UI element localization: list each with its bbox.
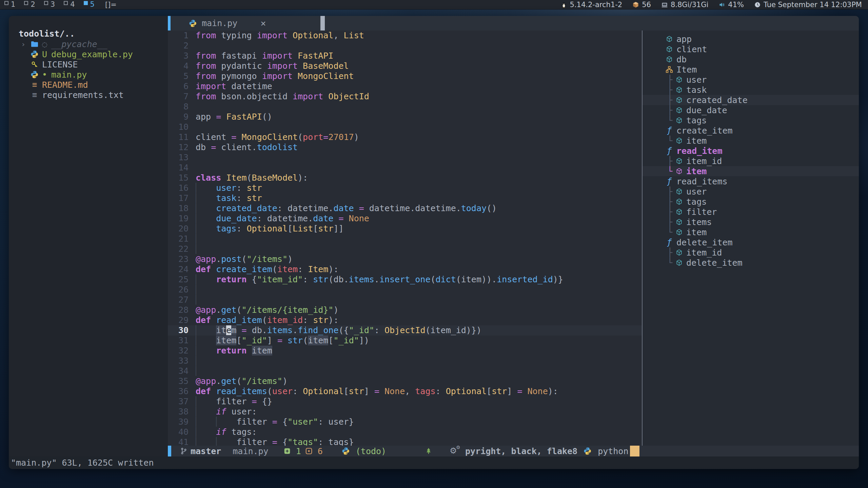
code-line-4[interactable]: 4from pydantic import BaseModel xyxy=(168,61,642,71)
code-line-20[interactable]: 20▏ tags: Optional[List[str]] xyxy=(168,224,642,234)
outline-item-app[interactable]: app xyxy=(643,34,859,44)
outline-item-item-id[interactable]: ├item_id xyxy=(643,247,859,258)
outline-item-items[interactable]: ├items xyxy=(643,217,859,227)
outline-item-user[interactable]: ├user xyxy=(643,75,859,85)
outline-item-task[interactable]: ├task xyxy=(643,85,859,95)
outline-item-due-date[interactable]: ├due_date xyxy=(643,105,859,115)
code-line-16[interactable]: 16▏ user: str xyxy=(168,183,642,193)
outline-item-client[interactable]: client xyxy=(643,44,859,54)
outline-item-item[interactable]: Item xyxy=(643,64,859,75)
code-line-14[interactable]: 14 xyxy=(168,163,642,173)
code-line-11[interactable]: 11client = MongoClient(port=27017) xyxy=(168,132,642,142)
outline-item-item[interactable]: └item xyxy=(643,136,859,146)
outline-item-user[interactable]: ├user xyxy=(643,186,859,197)
code-line-10[interactable]: 10 xyxy=(168,122,642,132)
outline-item-tags[interactable]: ├tags xyxy=(643,197,859,207)
code-line-22[interactable]: 22▏ xyxy=(168,244,642,254)
outline-item-created-date[interactable]: ├created_date xyxy=(643,95,859,105)
code-text xyxy=(189,163,196,173)
code-line-41[interactable]: 41▏ ▏ filter = {"tags": tags} xyxy=(168,437,642,446)
file-tree-item-main-py[interactable]: •main.py xyxy=(9,69,168,80)
line-number: 33 xyxy=(168,356,189,366)
tree-connector: ├ xyxy=(667,197,672,207)
file-name: README.md xyxy=(42,80,88,90)
file-tree-item-debug-example-py[interactable]: Udebug_example.py xyxy=(9,49,168,59)
workspace-button-3[interactable]: 3 xyxy=(40,0,59,9)
code-line-18[interactable]: 18▏ created_date: datetime.date = dateti… xyxy=(168,203,642,214)
tree-connector: ├ xyxy=(667,75,672,85)
line-number: 9 xyxy=(168,112,189,122)
workspace-button-5[interactable]: 5 xyxy=(79,0,99,9)
line-number: 18 xyxy=(168,203,189,214)
tab-main-py[interactable]: main.py × xyxy=(189,18,266,28)
code-line-2[interactable]: 2 xyxy=(168,41,642,51)
code-line-38[interactable]: 38▏ if user: xyxy=(168,407,642,417)
code-line-31[interactable]: 31▏ item["_id"] = str(item["_id"]) xyxy=(168,336,642,346)
outline-item-create-item[interactable]: ƒcreate_item xyxy=(643,125,859,136)
line-number: 28 xyxy=(168,305,189,315)
code-line-39[interactable]: 39▏ ▏ filter = {"user": user} xyxy=(168,417,642,427)
code-line-36[interactable]: 36def read_items(user: Optional[str] = N… xyxy=(168,386,642,396)
git-changed-count: 6 xyxy=(318,446,323,456)
file-tree-item-license[interactable]: LICENSE xyxy=(9,59,168,69)
code-line-19[interactable]: 19▏ due_date: datetime.date = None xyxy=(168,214,642,224)
workspace-indicator-icon xyxy=(84,1,88,5)
workspace-indicator-icon xyxy=(64,1,68,5)
tab-close-icon[interactable]: × xyxy=(260,18,266,28)
git-added-count: 1 xyxy=(296,446,301,456)
code-line-29[interactable]: 29def read_item(item_id: str): xyxy=(168,315,642,325)
code-line-9[interactable]: 9app = FastAPI() xyxy=(168,112,642,122)
file-tree-item-readme-md[interactable]: ≡README.md xyxy=(9,80,168,90)
code-line-33[interactable]: 33▏ xyxy=(168,356,642,366)
code-line-12[interactable]: 12db = client.todolist xyxy=(168,142,642,152)
outline-item-tags[interactable]: └tags xyxy=(643,115,859,125)
outline-item-read-items[interactable]: ƒread_items xyxy=(643,176,859,186)
code-line-24[interactable]: 24def create_item(item: Item): xyxy=(168,264,642,274)
outline-item-delete-item[interactable]: └delete_item xyxy=(643,258,859,268)
code-line-27[interactable]: 27▏ xyxy=(168,295,642,305)
outline-item-item-id[interactable]: ├item_id xyxy=(643,156,859,166)
statusbar-module-packages: 56 xyxy=(632,1,651,9)
workspace-button-1[interactable]: 1 xyxy=(0,0,20,9)
file-tree-item-pycache[interactable]: ›◌__pycache__ xyxy=(9,39,168,49)
workspace-button-2[interactable]: 2 xyxy=(20,0,39,9)
code-line-25[interactable]: 25▏ return {"item_id": str(db.items.inse… xyxy=(168,274,642,285)
code-line-8[interactable]: 8 xyxy=(168,102,642,112)
code-line-30[interactable]: 30▏ item = db.items.find_one({"_id": Obj… xyxy=(168,325,642,336)
code-text: ▏ filter = {} xyxy=(189,396,272,407)
outline-item-item[interactable]: └item xyxy=(643,166,859,176)
outline-item-filter[interactable]: ├filter xyxy=(643,207,859,217)
code-line-37[interactable]: 37▏ filter = {} xyxy=(168,396,642,407)
outline-item-item[interactable]: └item xyxy=(643,227,859,237)
code-line-7[interactable]: 7from bson.objectid import ObjectId xyxy=(168,92,642,102)
symbol-variable-icon xyxy=(666,45,673,53)
code-text: def read_item(item_id: str): xyxy=(189,315,338,325)
outline-item-delete-item[interactable]: ƒdelete_item xyxy=(643,237,859,247)
symbol-variable-icon xyxy=(675,249,683,256)
code-line-17[interactable]: 17▏ task: str xyxy=(168,193,642,203)
outline-item-db[interactable]: db xyxy=(643,54,859,64)
code-text: from bson.objectid import ObjectId xyxy=(189,92,369,102)
code-line-6[interactable]: 6import datetime xyxy=(168,81,642,92)
code-line-34[interactable]: 34▏ xyxy=(168,366,642,376)
code-line-23[interactable]: 23@app.post("/items") xyxy=(168,254,642,264)
code-text: ▏ if tags: xyxy=(189,427,257,437)
code-line-40[interactable]: 40▏ if tags: xyxy=(168,427,642,437)
code-line-28[interactable]: 28@app.get("/items/{item_id}") xyxy=(168,305,642,315)
code-line-35[interactable]: 35@app.get("/items") xyxy=(168,376,642,386)
code-line-21[interactable]: 21▏ xyxy=(168,234,642,244)
code-editor[interactable]: 1from typing import Optional, List23from… xyxy=(168,30,642,446)
workspace-button-4[interactable]: 4 xyxy=(59,0,79,9)
code-line-26[interactable]: 26▏ xyxy=(168,285,642,295)
file-tree-root[interactable]: todolist/.. xyxy=(9,29,168,39)
code-line-15[interactable]: 15class Item(BaseModel): xyxy=(168,173,642,183)
file-tree-item-requirements-txt[interactable]: ≡requirements.txt xyxy=(9,90,168,100)
code-line-5[interactable]: 5from pymongo import MongoClient xyxy=(168,71,642,81)
line-number: 7 xyxy=(168,92,189,102)
symbol-variable-icon xyxy=(666,35,673,43)
code-line-1[interactable]: 1from typing import Optional, List xyxy=(168,30,642,41)
code-line-13[interactable]: 13 xyxy=(168,152,642,163)
outline-item-read-item[interactable]: ƒread_item xyxy=(643,146,859,156)
code-line-32[interactable]: 32▏ return item xyxy=(168,346,642,356)
code-line-3[interactable]: 3from fastapi import FastAPI xyxy=(168,51,642,61)
